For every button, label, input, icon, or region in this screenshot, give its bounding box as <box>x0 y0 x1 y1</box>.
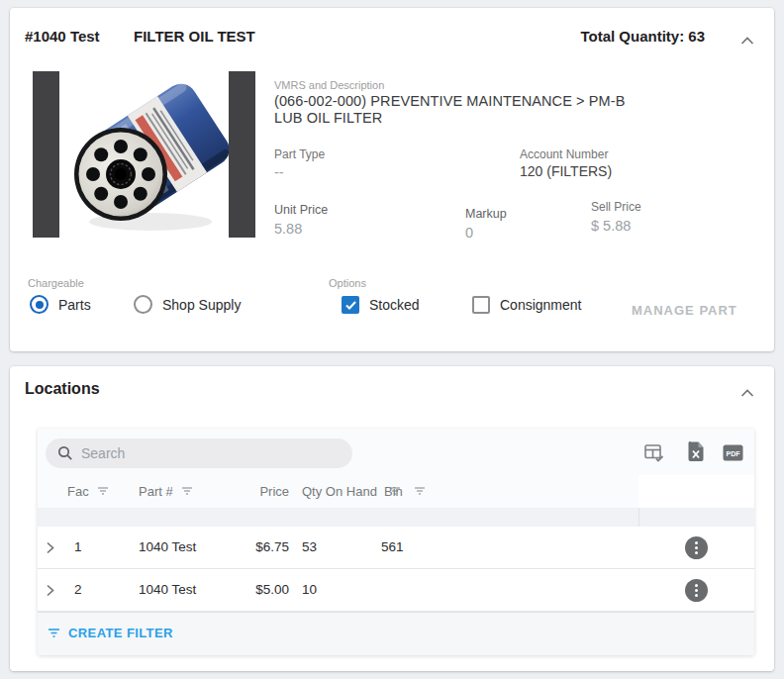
sell-price-value: $ 5.88 <box>591 218 631 234</box>
account-number-label: Account Number <box>520 147 608 161</box>
part-summary-card: #1040 Test FILTER OIL TEST Total Quantit… <box>10 8 774 351</box>
expand-row-button[interactable] <box>46 584 54 600</box>
radio-parts-label: Parts <box>58 297 91 313</box>
create-filter-label: CREATE FILTER <box>68 626 173 640</box>
search-box[interactable] <box>46 438 352 468</box>
cell-part: 1040 Test <box>139 582 196 597</box>
expand-row-button[interactable] <box>46 541 54 557</box>
radio-shop-supply-label: Shop Supply <box>162 297 241 313</box>
search-icon <box>57 445 73 461</box>
cell-price: $6.75 <box>216 539 289 554</box>
total-quantity: Total Quantity: 63 <box>580 28 705 45</box>
table-row[interactable]: 2 1040 Test $5.00 10 <box>38 569 754 612</box>
collapse-part-card-button[interactable] <box>738 32 756 50</box>
chevron-up-icon <box>740 389 754 398</box>
options-label: Options <box>329 277 366 289</box>
chargeable-label: Chargeable <box>28 277 84 289</box>
filter-icon[interactable] <box>414 486 426 496</box>
column-header-price[interactable]: Price <box>216 484 289 499</box>
export-pdf-button[interactable]: PDF <box>723 444 743 464</box>
part-type-value: -- <box>274 164 284 180</box>
checkbox-unchecked-icon <box>472 296 490 314</box>
locations-grid: PDF Fac Part # Price Qty On Hand Bin <box>38 429 754 655</box>
chevron-right-icon <box>46 584 54 597</box>
column-chooser-icon <box>644 444 664 462</box>
cell-price: $5.00 <box>216 582 289 597</box>
actions-column-header <box>638 475 754 508</box>
checkbox-checked-icon <box>342 296 359 314</box>
chevron-right-icon <box>46 541 54 554</box>
part-number: #1040 Test <box>25 28 100 45</box>
part-type-label: Part Type <box>274 147 325 161</box>
account-number-value: 120 (FILTERS) <box>520 163 612 179</box>
markup-label: Markup <box>465 207 507 221</box>
checkbox-consignment-label: Consignment <box>500 297 582 313</box>
radio-unselected-icon <box>134 295 152 314</box>
cell-qty: 10 <box>302 582 317 597</box>
checkbox-consignment[interactable]: Consignment <box>472 296 582 314</box>
radio-shop-supply[interactable]: Shop Supply <box>134 295 241 314</box>
filter-icon[interactable] <box>97 486 109 496</box>
filter-row-band <box>38 508 754 527</box>
filter-icon <box>48 628 60 638</box>
checkbox-stocked[interactable]: Stocked <box>342 296 420 314</box>
cell-fac: 2 <box>74 582 82 597</box>
markup-value: 0 <box>465 225 473 241</box>
kebab-icon <box>695 584 698 587</box>
filter-icon[interactable] <box>181 486 193 496</box>
column-chooser-button[interactable] <box>644 444 664 465</box>
oil-filter-photo <box>59 71 229 238</box>
create-filter-button[interactable]: CREATE FILTER <box>48 626 173 640</box>
chevron-up-icon <box>740 37 754 46</box>
cell-part: 1040 Test <box>139 539 196 554</box>
manage-part-button[interactable]: MANAGE PART <box>632 303 737 318</box>
column-header-bin[interactable]: Bin <box>384 484 426 499</box>
svg-text:PDF: PDF <box>727 450 741 457</box>
part-image <box>33 71 255 238</box>
export-excel-icon <box>688 441 704 462</box>
collapse-locations-button[interactable] <box>738 384 756 403</box>
table-row[interactable]: 1 1040 Test $6.75 53 561 <box>38 527 754 569</box>
grid-footer: CREATE FILTER <box>38 612 754 655</box>
row-actions-menu-button[interactable] <box>685 536 708 559</box>
kebab-icon <box>695 541 698 544</box>
export-pdf-icon: PDF <box>723 444 743 461</box>
locations-card: Locations <box>10 366 774 671</box>
vmrs-description-line2: LUB OIL FILTER <box>274 110 382 126</box>
locations-title: Locations <box>25 380 100 398</box>
cell-qty: 53 <box>302 539 317 554</box>
sell-price-label: Sell Price <box>591 200 641 214</box>
image-pillarbox-left <box>33 71 59 238</box>
column-header-part[interactable]: Part # <box>139 484 193 499</box>
vmrs-description-line1: (066-002-000) PREVENTIVE MAINTENANCE > P… <box>274 93 625 109</box>
check-icon <box>345 301 356 310</box>
export-excel-button[interactable] <box>688 441 704 465</box>
cell-bin: 561 <box>381 539 404 554</box>
checkbox-stocked-label: Stocked <box>369 297 420 313</box>
cell-fac: 1 <box>74 539 82 554</box>
row-actions-menu-button[interactable] <box>685 579 708 602</box>
unit-price-label: Unit Price <box>274 203 328 217</box>
unit-price-value: 5.88 <box>274 221 302 237</box>
vmrs-label: VMRS and Description <box>274 79 384 91</box>
part-name: FILTER OIL TEST <box>134 28 255 45</box>
image-pillarbox-right <box>229 71 255 238</box>
radio-parts[interactable]: Parts <box>30 295 91 314</box>
part-detail-page: #1040 Test FILTER OIL TEST Total Quantit… <box>0 0 784 679</box>
column-header-fac[interactable]: Fac <box>67 484 109 499</box>
search-input[interactable] <box>81 438 343 468</box>
radio-selected-icon <box>30 295 49 314</box>
